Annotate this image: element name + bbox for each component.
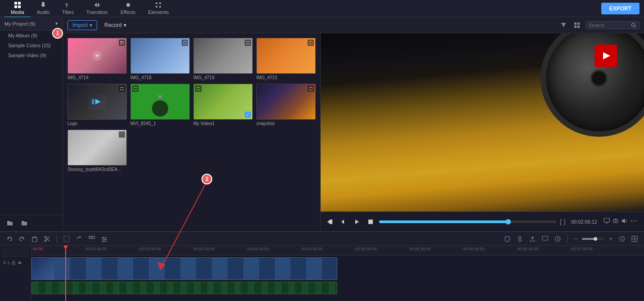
tab-media-label: Media bbox=[11, 9, 24, 15]
media-item-5[interactable]: Logo bbox=[67, 84, 127, 126]
ruler-mark-8: 00:06:00:00 bbox=[463, 247, 485, 251]
tl-mic-icon[interactable] bbox=[515, 235, 525, 243]
media-item-9[interactable]: Stocksy_bxpfd042cd3EA... bbox=[67, 130, 127, 172]
stabilize-button[interactable] bbox=[87, 235, 97, 243]
camera-icon[interactable] bbox=[613, 218, 619, 225]
media-label-4: IMG_4721 bbox=[256, 75, 316, 80]
media-item-2[interactable]: IMG_4718 bbox=[130, 38, 190, 80]
audio-clip-1[interactable] bbox=[31, 282, 337, 294]
thumb-overlay-4 bbox=[308, 40, 314, 46]
in-bracket[interactable]: { bbox=[560, 218, 562, 225]
svg-rect-20 bbox=[92, 99, 94, 104]
tab-media[interactable]: Media bbox=[4, 0, 31, 18]
svg-rect-26 bbox=[309, 87, 313, 90]
svg-rect-12 bbox=[574, 26, 577, 28]
track-1-controls: ① 1 bbox=[2, 256, 29, 269]
redo-button[interactable] bbox=[17, 235, 27, 243]
media-item-4[interactable]: IMG_4721 bbox=[256, 38, 316, 80]
sidebar-item-video[interactable]: Sample Video (9) bbox=[0, 50, 63, 60]
svg-point-35 bbox=[615, 220, 617, 222]
media-thumb-6 bbox=[130, 84, 190, 120]
timeline-right-controls: − + bbox=[502, 234, 640, 243]
tab-elements-label: Elements bbox=[148, 9, 169, 15]
import-button[interactable]: Import ▾ bbox=[67, 20, 97, 30]
svg-marker-36 bbox=[622, 219, 625, 223]
media-item-1[interactable]: + IMG_4714 bbox=[67, 38, 127, 80]
tl-monitor-icon[interactable] bbox=[540, 235, 550, 243]
tab-audio[interactable]: Audio bbox=[31, 0, 56, 18]
ruler-mark-10: 00:07:00:00 bbox=[571, 247, 593, 251]
svg-rect-10 bbox=[574, 22, 577, 25]
chevron-down-icon: ▾ bbox=[55, 21, 58, 27]
tl-export-icon[interactable] bbox=[528, 235, 537, 243]
rewind-button[interactable] bbox=[325, 217, 335, 227]
sidebar-item-album[interactable]: My Album (9) bbox=[0, 31, 63, 40]
progress-bar[interactable] bbox=[379, 220, 556, 223]
tracks-content bbox=[31, 256, 644, 301]
cut-button[interactable] bbox=[42, 235, 52, 243]
grid-view-button[interactable] bbox=[572, 21, 582, 29]
media-item-8[interactable]: snapshot bbox=[256, 84, 316, 126]
rotate-button[interactable] bbox=[74, 235, 84, 243]
tl-clock-icon[interactable] bbox=[553, 235, 563, 243]
back-frame-button[interactable] bbox=[339, 217, 349, 227]
media-label-7: My Video1 bbox=[193, 121, 253, 126]
media-label-3: IMG_4719 bbox=[193, 75, 253, 80]
play-button[interactable] bbox=[352, 217, 362, 227]
svg-rect-42 bbox=[32, 238, 37, 242]
adjust-button[interactable] bbox=[99, 235, 109, 243]
sidebar-item-colors[interactable]: Sample Colors (15) bbox=[0, 40, 63, 50]
import-chevron-icon: ▾ bbox=[89, 22, 92, 28]
monitor-icon[interactable] bbox=[604, 218, 610, 225]
ruler-mark-7: 00:05:30:00 bbox=[409, 247, 431, 251]
playhead bbox=[65, 256, 66, 301]
video-clip-1[interactable] bbox=[31, 257, 337, 280]
media-item-7[interactable]: ✓ My Video1 bbox=[193, 84, 253, 126]
svg-point-54 bbox=[103, 237, 104, 238]
media-thumb-9 bbox=[67, 130, 127, 166]
media-item-3[interactable]: IMG_4719 bbox=[193, 38, 253, 80]
zoom-slider[interactable] bbox=[582, 238, 604, 240]
delete-button[interactable] bbox=[30, 235, 40, 243]
track-1-lock[interactable] bbox=[11, 260, 16, 265]
svg-rect-34 bbox=[604, 218, 609, 222]
ruler-mark-6: 00:05:00:00 bbox=[355, 247, 377, 251]
zoom-out-button[interactable]: − bbox=[572, 234, 579, 243]
tl-grid-icon[interactable] bbox=[630, 235, 640, 243]
thumb-overlay-8 bbox=[308, 85, 314, 92]
undo-button[interactable] bbox=[4, 235, 14, 243]
tab-elements[interactable]: Elements bbox=[142, 0, 175, 18]
track-1-eye[interactable] bbox=[17, 260, 22, 265]
timeline-track-area: ① 1 00:00 00:02:30:00 00:03:00:00 00:03:… bbox=[0, 246, 644, 301]
bracket-buttons: { } bbox=[560, 218, 566, 225]
record-button[interactable]: Record ▾ bbox=[101, 21, 130, 30]
tab-titles[interactable]: T Titles bbox=[56, 0, 80, 18]
tl-separator-1 bbox=[57, 235, 57, 243]
out-bracket[interactable]: } bbox=[564, 218, 566, 225]
thumb-overlay-2 bbox=[182, 40, 188, 46]
crop-button[interactable] bbox=[62, 235, 72, 243]
media-thumb-4 bbox=[256, 38, 316, 74]
sidebar-project[interactable]: My Project (9) ▾ bbox=[0, 17, 63, 31]
sidebar-add-folder[interactable] bbox=[4, 219, 15, 228]
stop-button[interactable] bbox=[366, 217, 376, 227]
zoom-in-button[interactable]: + bbox=[607, 234, 614, 243]
top-toolbar: Media Audio T Titles Transition Effects … bbox=[0, 0, 644, 17]
tl-shield-icon[interactable] bbox=[502, 235, 512, 243]
media-item-6[interactable]: MVI_8545_1 bbox=[130, 84, 190, 126]
search-input[interactable] bbox=[589, 22, 629, 28]
export-button[interactable]: EXPORT bbox=[601, 3, 640, 14]
more-options-icon[interactable] bbox=[631, 218, 637, 225]
svg-line-46 bbox=[45, 237, 49, 241]
thumb-overlay-3 bbox=[245, 40, 251, 46]
tab-transition[interactable]: Transition bbox=[80, 0, 114, 18]
svg-point-7 bbox=[159, 2, 161, 4]
speaker-icon[interactable] bbox=[622, 218, 628, 225]
media-thumb-7: ✓ bbox=[193, 84, 253, 120]
sidebar-remove-folder[interactable] bbox=[19, 219, 30, 228]
tl-speed-icon[interactable] bbox=[617, 235, 627, 243]
media-thumb-5 bbox=[67, 84, 127, 120]
filter-button[interactable] bbox=[559, 21, 568, 29]
ruler-mark-9: 00:06:30:00 bbox=[517, 247, 539, 251]
tab-effects[interactable]: Effects bbox=[114, 0, 142, 18]
